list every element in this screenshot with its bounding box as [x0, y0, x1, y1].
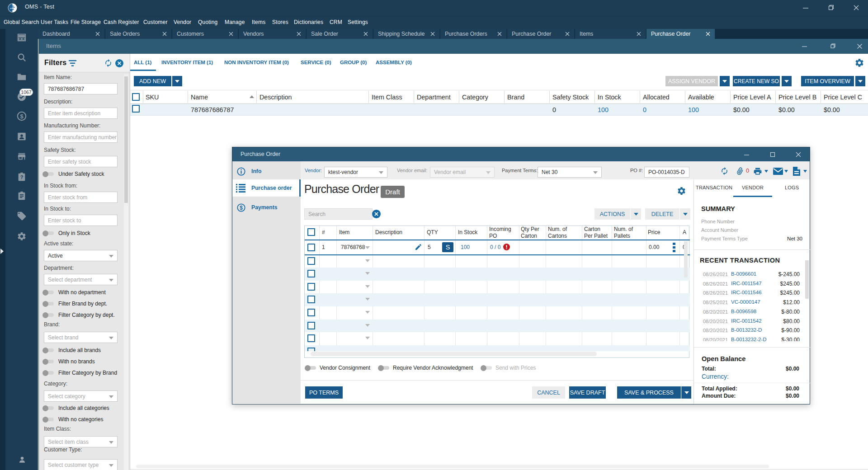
svg-text:$: $ [20, 113, 23, 120]
svg-text:?: ? [20, 174, 24, 180]
svg-text:$: $ [240, 205, 243, 211]
